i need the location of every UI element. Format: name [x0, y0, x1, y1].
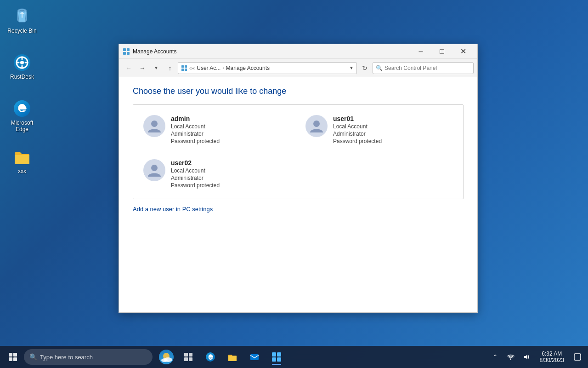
breadcrumb-separator: ›: [222, 65, 224, 70]
user01-detail-0: Local Account: [333, 123, 382, 130]
svg-rect-33: [272, 357, 276, 362]
content-area: Choose the user you would like to change…: [119, 77, 477, 312]
taskbar-mail-button[interactable]: [244, 348, 265, 366]
edge-image: [13, 99, 31, 118]
user02-detail-2: Password protected: [171, 182, 220, 189]
notifications-button[interactable]: [571, 348, 584, 366]
breadcrumb-current: Manage Accounts: [226, 65, 270, 71]
edge-label: Microsoft Edge: [6, 120, 38, 132]
refresh-button[interactable]: ↻: [359, 62, 371, 74]
minimize-button[interactable]: –: [410, 44, 431, 59]
admin-detail-0: Local Account: [171, 123, 220, 130]
add-user-link[interactable]: Add a new user in PC settings: [133, 206, 213, 213]
svg-point-16: [151, 165, 158, 171]
user02-detail-0: Local Account: [171, 167, 220, 174]
user02-detail-1: Administrator: [171, 175, 220, 181]
svg-rect-35: [574, 354, 581, 360]
svg-point-14: [151, 121, 158, 127]
task-view-button[interactable]: [178, 348, 198, 366]
user02-name: user02: [171, 159, 220, 167]
user01-avatar: [305, 115, 328, 137]
svg-rect-10: [181, 65, 184, 68]
rustdesk-image: [13, 53, 31, 72]
recycle-bin-image: [13, 7, 31, 26]
taskbar-control-panel-button[interactable]: [266, 348, 287, 366]
user-item-admin[interactable]: admin Local Account Administrator Passwo…: [138, 109, 296, 150]
user-item-user02[interactable]: user02 Local Account Administrator Passw…: [138, 154, 296, 194]
xxx-folder-icon[interactable]: xxx: [4, 145, 40, 177]
search-box[interactable]: 🔍: [373, 62, 474, 74]
taskbar-search-icon: 🔍: [29, 353, 37, 361]
svg-rect-20: [13, 357, 17, 361]
recycle-bin-icon[interactable]: Recycle Bin: [4, 5, 40, 37]
user01-detail-2: Password protected: [333, 138, 382, 144]
svg-rect-26: [189, 353, 192, 356]
taskbar-right: ⌃ 6:32 AM 8/30/2023: [488, 346, 584, 368]
breadcrumb-userac: User Ac...: [197, 65, 220, 71]
taskbar-widgets[interactable]: [158, 349, 175, 365]
svg-rect-9: [127, 52, 130, 55]
start-button[interactable]: [4, 348, 22, 366]
taskbar-search[interactable]: 🔍 Type here to search: [24, 349, 153, 365]
svg-rect-27: [184, 357, 188, 361]
svg-rect-6: [123, 48, 126, 51]
window-icon: [123, 48, 130, 55]
forward-button[interactable]: →: [136, 62, 148, 74]
search-input[interactable]: [384, 65, 470, 71]
tray-volume[interactable]: [520, 348, 533, 366]
breadcrumb[interactable]: «« User Ac... › Manage Accounts ▼: [178, 62, 357, 74]
svg-rect-34: [277, 357, 281, 362]
svg-point-15: [313, 121, 320, 127]
admin-info: admin Local Account Administrator Passwo…: [171, 115, 220, 144]
user01-info: user01 Local Account Administrator Passw…: [333, 115, 382, 144]
recycle-bin-label: Recycle Bin: [7, 28, 36, 34]
clock-time: 6:32 AM: [542, 351, 562, 357]
search-icon: 🔍: [376, 65, 383, 71]
admin-detail-1: Administrator: [171, 131, 220, 137]
svg-rect-28: [189, 357, 192, 361]
taskbar-edge-button[interactable]: [200, 348, 220, 366]
svg-rect-32: [277, 352, 281, 356]
svg-rect-7: [127, 48, 130, 51]
svg-rect-17: [9, 353, 12, 356]
address-bar: ← → ▼ ↑ «« User Ac... › Manage Accounts …: [119, 59, 477, 77]
clock-date: 8/30/2023: [540, 357, 564, 363]
manage-accounts-window: Manage Accounts – □ ✕ ← → ▼ ↑ «« User Ac…: [119, 44, 478, 313]
window-controls: – □ ✕: [410, 44, 474, 59]
tray-network[interactable]: [504, 348, 518, 366]
svg-rect-8: [123, 52, 126, 55]
user02-avatar: [143, 159, 165, 181]
back-button[interactable]: ←: [123, 62, 135, 74]
svg-rect-2: [20, 10, 24, 12]
admin-detail-2: Password protected: [171, 138, 220, 144]
edge-icon[interactable]: Microsoft Edge: [4, 97, 40, 135]
admin-name: admin: [171, 115, 220, 122]
maximize-button[interactable]: □: [431, 44, 452, 59]
svg-rect-31: [272, 352, 276, 356]
system-tray: ⌃: [488, 348, 533, 366]
svg-rect-11: [185, 65, 187, 68]
rustdesk-icon[interactable]: RustDesk: [4, 51, 40, 83]
breadcrumb-dropdown[interactable]: ▼: [349, 65, 354, 70]
taskbar: 🔍 Type here to search: [0, 346, 588, 368]
window-title: Manage Accounts: [133, 48, 410, 55]
admin-avatar: [143, 115, 165, 137]
dropdown-button[interactable]: ▼: [150, 62, 162, 74]
svg-rect-18: [13, 353, 17, 356]
xxx-folder-image: [13, 148, 31, 166]
title-bar: Manage Accounts – □ ✕: [119, 44, 477, 59]
clock[interactable]: 6:32 AM 8/30/2023: [536, 346, 568, 368]
svg-rect-19: [9, 357, 12, 361]
tray-chevron[interactable]: ⌃: [488, 348, 502, 366]
xxx-folder-label: xxx: [18, 168, 26, 174]
rustdesk-label: RustDesk: [10, 74, 34, 80]
close-button[interactable]: ✕: [452, 44, 474, 59]
svg-rect-12: [181, 69, 184, 71]
svg-rect-25: [184, 353, 188, 356]
taskbar-search-placeholder: Type here to search: [40, 354, 93, 361]
svg-point-4: [20, 61, 24, 64]
taskbar-explorer-button[interactable]: [222, 348, 243, 366]
up-button[interactable]: ↑: [164, 62, 176, 74]
user-item-user01[interactable]: user01 Local Account Administrator Passw…: [300, 109, 458, 150]
page-title: Choose the user you would like to change: [133, 86, 464, 96]
